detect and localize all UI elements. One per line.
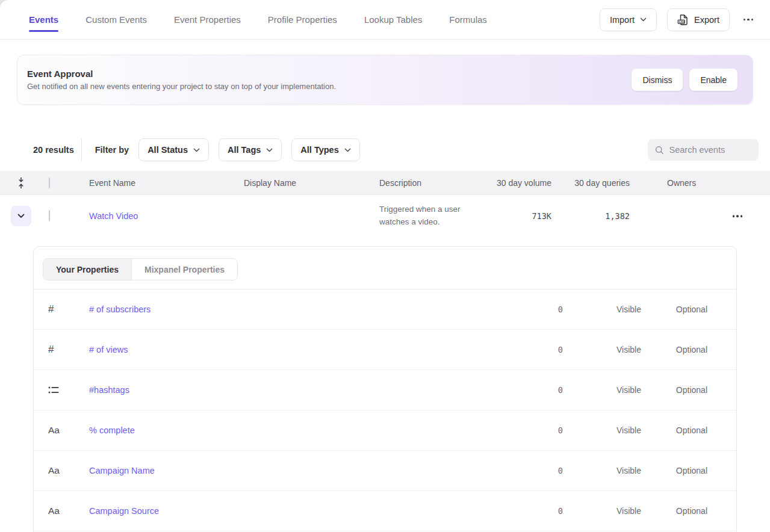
column-owners: Owners: [632, 178, 770, 188]
banner-actions: Dismiss Enable: [632, 69, 737, 91]
column-30-day-queries: 30 day queries: [554, 178, 632, 188]
search-input[interactable]: [669, 145, 752, 155]
types-filter-dropdown[interactable]: All Types: [291, 138, 359, 161]
banner-title: Event Approval: [27, 69, 336, 79]
property-events-count: 0: [506, 345, 563, 354]
property-visibility: Visible: [563, 345, 641, 354]
text-type-icon: Aa: [48, 465, 60, 476]
column-display-name: Display Name: [244, 178, 379, 188]
chevron-down-icon: [640, 17, 647, 22]
tab-mixpanel-properties[interactable]: Mixpanel Properties: [131, 259, 237, 280]
row-checkbox[interactable]: [49, 210, 50, 221]
property-row: Aa Campaign Source 0 Visible Optional: [34, 491, 736, 531]
chevron-down-icon: [266, 148, 273, 152]
nav-actions: Import CSV Export: [600, 8, 757, 31]
column-description: Description: [379, 178, 494, 188]
property-name-link[interactable]: # of views: [89, 345, 128, 354]
column-30-day-volume: 30 day volume: [494, 178, 554, 188]
banner-text: Event Approval Get notified on all new e…: [27, 69, 336, 91]
tab-events[interactable]: Events: [29, 14, 58, 25]
nav-more-menu-icon[interactable]: [740, 16, 757, 23]
property-events-count: 0: [506, 305, 563, 314]
event-name-link[interactable]: Watch Video: [89, 211, 138, 221]
top-nav: Events Custom Events Event Properties Pr…: [0, 0, 770, 40]
results-count: 20 results: [33, 145, 74, 155]
csv-file-icon: CSV: [677, 14, 689, 26]
property-row: Aa Campaign Name 0 Visible Optional: [34, 451, 736, 491]
text-type-icon: Aa: [48, 506, 60, 516]
property-events-count: 0: [506, 506, 563, 516]
search-box: [648, 139, 759, 161]
tags-filter-dropdown[interactable]: All Tags: [219, 138, 282, 161]
collapse-all-icon[interactable]: [17, 177, 25, 189]
property-name-link[interactable]: # of subscribers: [89, 305, 151, 314]
events-table-header: Event Name Display Name Description 30 d…: [0, 171, 770, 195]
property-events-count: 0: [506, 466, 563, 475]
nav-tabs: Events Custom Events Event Properties Pr…: [29, 14, 487, 25]
property-name-link[interactable]: #hashtags: [89, 385, 129, 395]
property-events-count: 0: [506, 425, 563, 435]
property-visibility: Visible: [563, 305, 641, 314]
event-approval-banner: Event Approval Get notified on all new e…: [17, 55, 753, 105]
property-visibility: Visible: [563, 385, 641, 395]
banner-description: Get notified on all new events entering …: [27, 82, 336, 91]
event-row-watch-video: Watch Video Triggered when a user watche…: [0, 195, 770, 237]
status-filter-label: All Status: [147, 145, 188, 155]
list-type-icon: [48, 386, 59, 394]
select-all-checkbox[interactable]: [49, 178, 50, 188]
property-name-link[interactable]: % complete: [89, 425, 135, 435]
tab-your-properties[interactable]: Your Properties: [43, 259, 131, 280]
export-button[interactable]: CSV Export: [667, 8, 730, 31]
property-requirement: Optional: [641, 466, 707, 475]
text-type-icon: Aa: [48, 425, 60, 436]
tab-profile-properties[interactable]: Profile Properties: [268, 14, 337, 25]
filter-by-label: Filter by: [95, 145, 129, 155]
event-30-day-volume: 713K: [494, 211, 554, 221]
divider: [81, 138, 82, 161]
property-events-count: 0: [506, 385, 563, 395]
properties-tabs: Your Properties Mixpanel Properties: [43, 258, 238, 280]
tags-filter-label: All Tags: [228, 145, 261, 155]
row-more-menu-icon[interactable]: [729, 212, 746, 220]
property-name-link[interactable]: Campaign Name: [89, 466, 155, 475]
property-requirement: Optional: [641, 506, 707, 516]
property-row: Aa % complete 0 Visible Optional: [34, 410, 736, 451]
collapse-row-button[interactable]: [11, 206, 31, 226]
tab-lookup-tables[interactable]: Lookup Tables: [364, 14, 422, 25]
property-visibility: Visible: [563, 425, 641, 435]
property-visibility: Visible: [563, 466, 641, 475]
import-button-label: Import: [610, 15, 635, 25]
property-visibility: Visible: [563, 506, 641, 516]
search-icon: [655, 145, 664, 155]
event-description: Triggered when a user watches a video.: [379, 203, 485, 229]
property-requirement: Optional: [641, 385, 707, 395]
event-30-day-queries: 1,382: [554, 211, 632, 221]
chevron-down-icon: [344, 148, 351, 152]
chevron-down-icon: [193, 148, 200, 152]
svg-text:CSV: CSV: [679, 20, 686, 23]
column-event-name: Event Name: [89, 178, 244, 188]
types-filter-label: All Types: [300, 145, 338, 155]
property-row: # # of subscribers 0 Visible Optional: [34, 289, 736, 330]
property-requirement: Optional: [641, 305, 707, 314]
import-button[interactable]: Import: [600, 8, 657, 31]
property-row: # # of views 0 Visible Optional: [34, 330, 736, 370]
properties-panel: Your Properties Mixpanel Properties # # …: [33, 246, 737, 532]
export-button-label: Export: [694, 15, 719, 25]
property-requirement: Optional: [641, 425, 707, 435]
property-requirement: Optional: [641, 345, 707, 354]
status-filter-dropdown[interactable]: All Status: [138, 138, 209, 161]
lexicon-events-page: Events Custom Events Event Properties Pr…: [0, 0, 770, 532]
property-name-link[interactable]: Campaign Source: [89, 506, 159, 516]
dismiss-button[interactable]: Dismiss: [632, 69, 683, 91]
number-type-icon: #: [48, 303, 54, 315]
tab-formulas[interactable]: Formulas: [449, 14, 487, 25]
enable-button[interactable]: Enable: [689, 69, 737, 91]
number-type-icon: #: [48, 344, 54, 356]
tab-event-properties[interactable]: Event Properties: [174, 14, 241, 25]
tab-custom-events[interactable]: Custom Events: [85, 14, 147, 25]
chevron-down-icon: [17, 214, 25, 218]
property-row: #hashtags 0 Visible Optional: [34, 370, 736, 410]
filter-bar: 20 results Filter by All Status All Tags…: [0, 138, 770, 162]
